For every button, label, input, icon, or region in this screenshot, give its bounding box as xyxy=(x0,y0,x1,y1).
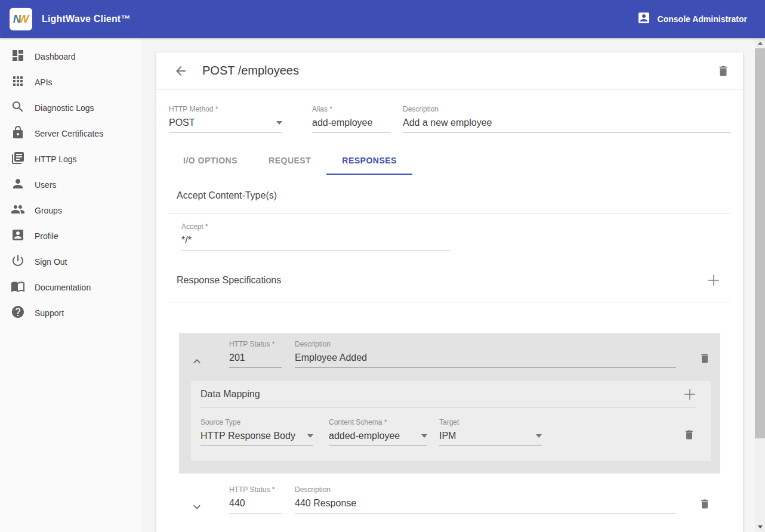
http-status-label: HTTP Status * xyxy=(229,340,282,348)
sidebar-item-groups[interactable]: Groups xyxy=(0,197,143,223)
dropdown-caret-icon xyxy=(536,434,542,438)
delete-data-mapping-icon[interactable] xyxy=(683,429,695,441)
description-value: Add a new employee xyxy=(403,117,492,128)
sidebar-item-label: Dashboard xyxy=(35,52,76,61)
http-status-value: 440 xyxy=(229,498,245,509)
app-bar: N W LightWave Client™ Console Administra… xyxy=(0,0,765,38)
account-box-icon xyxy=(637,11,651,27)
app-title: LightWave Client™ xyxy=(42,14,131,24)
expand-chevron-down-icon[interactable] xyxy=(190,500,204,514)
endpoint-tabs: I/O OPTIONS REQUEST RESPONSES xyxy=(168,146,743,175)
http-status-input[interactable]: HTTP Status * 201 xyxy=(229,340,282,368)
sidebar-item-label: Sign Out xyxy=(35,257,67,267)
collapse-chevron-up-icon[interactable] xyxy=(190,354,204,369)
sidebar: Dashboard APIs Diagnostic Logs Server Ce… xyxy=(0,38,143,532)
response-description-value: Employee Added xyxy=(295,352,367,363)
add-response-spec-icon[interactable] xyxy=(708,275,719,286)
help-icon xyxy=(11,305,25,321)
delete-endpoint-icon[interactable] xyxy=(717,64,730,78)
accept-input[interactable]: Accept * */* xyxy=(181,222,450,250)
target-value: IPM xyxy=(439,431,456,441)
response-description-label: Description xyxy=(295,485,676,494)
source-type-label: Source Type xyxy=(200,418,313,426)
tab-request[interactable]: REQUEST xyxy=(253,146,326,175)
sidebar-item-label: Support xyxy=(35,308,64,318)
main-content: POST /employees HTTP Method * POST Alias… xyxy=(143,38,755,532)
http-method-select[interactable]: HTTP Method * POST xyxy=(169,105,282,133)
back-arrow-icon[interactable] xyxy=(174,64,188,78)
sidebar-item-http-logs[interactable]: HTTP Logs xyxy=(0,146,143,172)
accept-value: */* xyxy=(181,235,192,246)
accept-label: Accept * xyxy=(181,222,450,231)
delete-response-spec-icon[interactable] xyxy=(699,498,711,510)
account-box-icon xyxy=(11,228,25,245)
endpoint-header: POST /employees xyxy=(156,52,743,89)
sidebar-item-sign-out[interactable]: Sign Out xyxy=(0,249,143,274)
library-books-icon xyxy=(11,151,25,168)
tab-io-options[interactable]: I/O OPTIONS xyxy=(168,146,253,175)
user-menu[interactable]: Console Administrator xyxy=(637,11,747,27)
http-status-input[interactable]: HTTP Status * 440 xyxy=(229,485,282,514)
target-select[interactable]: Target IPM xyxy=(439,418,542,446)
sidebar-item-profile[interactable]: Profile xyxy=(0,223,143,249)
delete-response-spec-icon[interactable] xyxy=(699,352,711,364)
sidebar-item-server-certificates[interactable]: Server Certificates xyxy=(0,120,143,146)
vertical-scrollbar[interactable] xyxy=(755,38,765,532)
data-mapping-heading: Data Mapping xyxy=(200,389,260,400)
content-schema-label: Content Schema * xyxy=(329,418,427,426)
sidebar-item-users[interactable]: Users xyxy=(0,172,143,197)
open-book-icon xyxy=(11,279,25,296)
alias-label: Alias * xyxy=(312,105,391,113)
sidebar-item-diagnostic-logs[interactable]: Diagnostic Logs xyxy=(0,95,143,120)
http-method-value: POST xyxy=(169,117,195,128)
user-name: Console Administrator xyxy=(658,14,747,24)
dropdown-caret-icon xyxy=(307,434,313,438)
scroll-up-arrow[interactable] xyxy=(755,38,765,48)
endpoint-card: POST /employees HTTP Method * POST Alias… xyxy=(156,52,743,532)
logo-letter-w: W xyxy=(18,13,29,26)
divider xyxy=(200,407,695,408)
response-description-input[interactable]: Description 440 Response xyxy=(295,485,676,514)
data-mapping-row: Source Type HTTP Response Body Content S… xyxy=(200,418,695,446)
response-specifications-header: Response Specifications xyxy=(177,275,719,286)
people-icon xyxy=(11,202,25,219)
accept-content-types-heading: Accept Content-Type(s) xyxy=(177,190,731,201)
response-description-input[interactable]: Description Employee Added xyxy=(295,340,676,368)
data-mapping-panel: Data Mapping Source Type HTTP Response B… xyxy=(191,381,711,461)
scrollbar-thumb[interactable] xyxy=(755,48,765,438)
response-spec-row-440: HTTP Status * 440 Description 440 Respon… xyxy=(179,485,720,514)
divider xyxy=(168,214,731,214)
content-schema-select[interactable]: Content Schema * added-employee xyxy=(329,418,427,446)
data-mapping-header: Data Mapping xyxy=(200,389,695,400)
person-icon xyxy=(11,177,25,193)
http-status-label: HTTP Status * xyxy=(229,485,282,494)
sidebar-item-apis[interactable]: APIs xyxy=(0,69,143,95)
sidebar-item-dashboard[interactable]: Dashboard xyxy=(0,44,143,69)
response-specifications-heading: Response Specifications xyxy=(177,275,281,286)
sidebar-item-support[interactable]: Support xyxy=(0,300,143,326)
response-description-label: Description xyxy=(295,340,676,348)
tab-responses[interactable]: RESPONSES xyxy=(326,146,412,175)
content-schema-value: added-employee xyxy=(329,431,400,441)
http-method-label: HTTP Method * xyxy=(169,105,282,113)
page-title: POST /employees xyxy=(202,64,299,78)
response-description-value: 440 Response xyxy=(295,498,356,509)
add-data-mapping-icon[interactable] xyxy=(684,389,695,400)
sidebar-item-label: Documentation xyxy=(35,283,91,292)
divider xyxy=(168,302,731,302)
app-logo: N W xyxy=(10,8,32,30)
target-label: Target xyxy=(439,418,542,426)
alias-value: add-employee xyxy=(312,117,372,128)
lock-icon xyxy=(11,125,25,142)
scroll-down-arrow[interactable] xyxy=(755,522,765,532)
sidebar-item-label: APIs xyxy=(35,78,53,87)
description-input[interactable]: Description Add a new employee xyxy=(403,105,731,133)
response-spec-card-201: HTTP Status * 201 Description Employee A… xyxy=(179,333,720,474)
source-type-select[interactable]: Source Type HTTP Response Body xyxy=(200,418,313,446)
dashboard-icon xyxy=(11,48,25,65)
sidebar-item-documentation[interactable]: Documentation xyxy=(0,274,143,300)
spec-row: HTTP Status * 201 Description Employee A… xyxy=(190,340,711,369)
power-icon xyxy=(11,253,25,270)
alias-input[interactable]: Alias * add-employee xyxy=(312,105,391,133)
sidebar-item-label: Profile xyxy=(35,231,58,241)
